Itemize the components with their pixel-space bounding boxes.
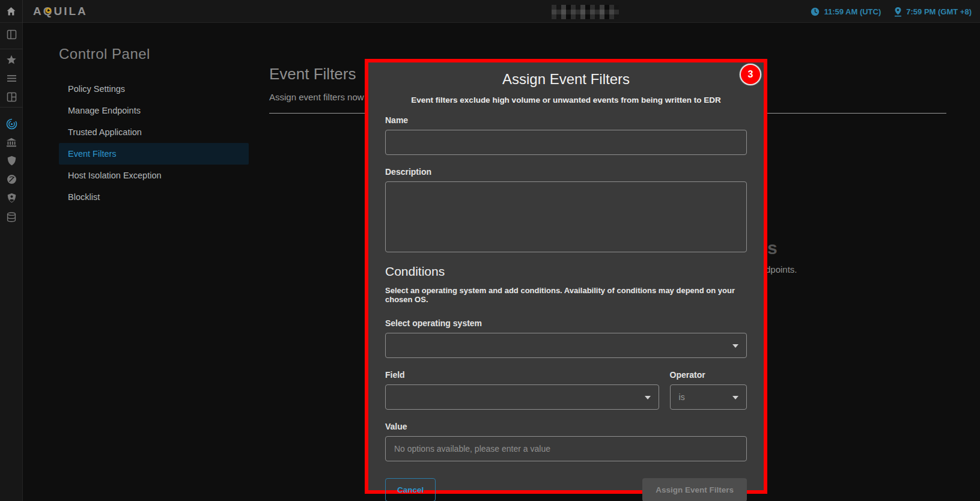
utc-time-label: 11:59 AM (UTC) — [824, 7, 881, 16]
assign-event-filters-button[interactable]: Assign Event Filters — [642, 478, 747, 501]
redacted-account-text — [552, 5, 619, 19]
rail-divider — [0, 107, 23, 108]
bank-icon[interactable] — [0, 133, 23, 151]
os-label: Select operating system — [385, 318, 747, 328]
background-text-fragment: dpoints. — [765, 264, 797, 275]
database-icon[interactable] — [0, 208, 23, 226]
chevron-down-icon — [732, 344, 738, 348]
control-panel-title: Control Panel — [59, 46, 249, 62]
panel-layout-icon[interactable] — [0, 25, 23, 43]
aquila-logo[interactable]: AQUILA — [33, 5, 88, 18]
control-panel-nav: Control Panel Policy Settings Manage End… — [59, 46, 249, 208]
operator-select[interactable]: is — [670, 384, 747, 410]
operator-select-value: is — [679, 392, 685, 402]
top-bar: AQUILA 11:59 AM (UTC) 7:59 PM (GMT +8) — [0, 0, 980, 23]
name-input[interactable] — [385, 130, 747, 155]
modal-subtitle: Event filters exclude high volume or unw… — [385, 96, 747, 105]
description-textarea[interactable] — [385, 181, 747, 252]
assign-event-filters-modal: 3 Assign Event Filters Event filters exc… — [365, 59, 767, 494]
dashboard-grid-icon[interactable] — [0, 88, 23, 106]
nav-item-trusted-application[interactable]: Trusted Application — [59, 121, 249, 143]
operator-label: Operator — [670, 370, 747, 380]
menu-lines-icon[interactable] — [0, 69, 23, 87]
nav-item-blocklist[interactable]: Blocklist — [59, 186, 249, 208]
conditions-title: Conditions — [385, 264, 747, 279]
clock-area: 11:59 AM (UTC) 7:59 PM (GMT +8) — [811, 0, 972, 23]
chevron-down-icon — [732, 396, 738, 399]
swirl-target-icon[interactable] — [0, 115, 23, 133]
cancel-button[interactable]: Cancel — [385, 478, 436, 501]
nav-item-event-filters[interactable]: Event Filters — [59, 143, 249, 165]
os-select[interactable] — [385, 333, 747, 358]
home-icon — [6, 7, 16, 16]
value-label: Value — [385, 422, 747, 431]
description-label: Description — [385, 167, 747, 177]
nav-item-policy-settings[interactable]: Policy Settings — [59, 78, 249, 100]
field-label: Field — [385, 370, 659, 380]
background-heading-fragment: s — [767, 238, 778, 258]
chevron-down-icon — [645, 396, 651, 399]
local-time-label: 7:59 PM (GMT +8) — [906, 7, 972, 16]
star-icon[interactable] — [0, 50, 23, 68]
gauge-icon[interactable] — [0, 170, 23, 188]
nav-item-host-isolation-exception[interactable]: Host Isolation Exception — [59, 165, 249, 186]
rail-divider — [0, 49, 23, 49]
home-button[interactable] — [0, 0, 23, 23]
control-panel-list: Policy Settings Manage Endpoints Trusted… — [59, 78, 249, 208]
nav-item-manage-endpoints[interactable]: Manage Endpoints — [59, 100, 249, 121]
clock-icon — [811, 7, 820, 16]
name-label: Name — [385, 115, 747, 125]
utc-time: 11:59 AM (UTC) — [811, 7, 881, 16]
icon-rail — [0, 23, 23, 501]
shield-icon[interactable] — [0, 151, 23, 169]
modal-title: Assign Event Filters — [385, 71, 747, 88]
local-time: 7:59 PM (GMT +8) — [894, 7, 972, 17]
value-input[interactable] — [385, 436, 747, 461]
conditions-description: Select an operating system and add condi… — [385, 286, 747, 304]
shield-user-icon[interactable] — [0, 189, 23, 207]
annotation-badge: 3 — [741, 65, 760, 84]
location-pin-icon — [894, 7, 902, 17]
field-select[interactable] — [385, 384, 659, 410]
logo-eye-icon: Q — [43, 5, 54, 17]
